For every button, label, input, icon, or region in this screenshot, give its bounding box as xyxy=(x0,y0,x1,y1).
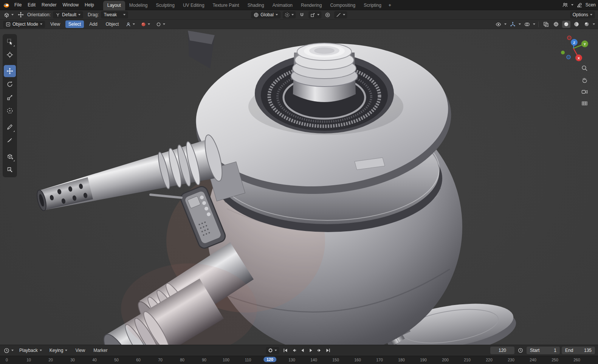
blender-logo-icon[interactable] xyxy=(2,2,10,8)
falloff-dropdown[interactable] xyxy=(334,11,347,19)
keying-menu[interactable]: Keying xyxy=(47,347,70,354)
chevron-down-icon[interactable] xyxy=(571,4,573,6)
menu-window[interactable]: Window xyxy=(59,1,82,9)
extras-tool[interactable] xyxy=(4,164,16,176)
next-keyframe-button[interactable] xyxy=(316,347,324,354)
chevron-down-icon[interactable] xyxy=(504,23,507,25)
shading-solid-icon[interactable] xyxy=(562,21,570,28)
drag-dropdown[interactable]: Tweak xyxy=(101,11,128,19)
scene-name[interactable]: Scen xyxy=(586,2,596,8)
timeline-editor-type-dropdown[interactable] xyxy=(3,347,14,354)
jump-to-start-button[interactable] xyxy=(282,347,290,354)
tab-uv-editing[interactable]: UV Editing xyxy=(179,1,209,10)
snap-magnet-toggle[interactable] xyxy=(298,11,306,19)
menu-object[interactable]: Object xyxy=(103,20,122,28)
current-frame-playhead[interactable]: 120 xyxy=(263,357,276,362)
viewport-canvas[interactable] xyxy=(0,29,598,345)
mode-value: Object Mode xyxy=(12,22,38,27)
model-rear-fin[interactable] xyxy=(188,31,215,68)
auto-key-toggle[interactable] xyxy=(266,347,279,354)
shading-wireframe-icon[interactable] xyxy=(552,21,560,28)
mode-dropdown[interactable]: Object Mode xyxy=(3,21,45,28)
scene-icon[interactable] xyxy=(575,2,584,9)
pivot-point-dropdown[interactable] xyxy=(283,11,296,19)
model-booster-lower[interactable] xyxy=(99,263,257,345)
scale-tool[interactable] xyxy=(4,91,16,104)
current-frame-field[interactable]: 120 xyxy=(490,347,514,354)
chevron-down-icon[interactable] xyxy=(519,23,521,25)
move-tool[interactable] xyxy=(4,65,16,77)
tab-texture-paint[interactable]: Texture Paint xyxy=(209,1,243,10)
playback-label: Playback xyxy=(19,348,38,353)
timeline-view-menu[interactable]: View xyxy=(72,347,88,354)
cursor-tool[interactable] xyxy=(4,49,16,61)
play-reverse-button[interactable] xyxy=(299,347,307,354)
tab-compositing[interactable]: Compositing xyxy=(326,1,359,10)
previous-keyframe-button[interactable] xyxy=(290,347,298,354)
playback-menu[interactable]: Playback xyxy=(17,347,45,354)
chevron-down-icon[interactable] xyxy=(533,23,535,25)
menu-file[interactable]: File xyxy=(11,1,25,9)
menu-edit[interactable]: Edit xyxy=(25,1,39,9)
camera-view-icon[interactable] xyxy=(580,87,589,96)
shading-material-icon[interactable] xyxy=(572,21,581,28)
zoom-icon[interactable] xyxy=(580,64,589,72)
timeline-ruler[interactable]: 0 10 20 30 40 50 60 70 80 90 100 110 120… xyxy=(0,356,598,364)
gizmos-toggle-icon[interactable] xyxy=(508,21,517,28)
overlays-toggle-icon[interactable] xyxy=(523,21,531,28)
menu-help[interactable]: Help xyxy=(82,1,97,9)
pan-hand-icon[interactable] xyxy=(580,76,589,84)
measure-tool[interactable] xyxy=(4,134,16,146)
options-dropdown[interactable]: Options xyxy=(570,11,595,19)
frame-end-field[interactable]: End 135 xyxy=(562,347,595,354)
tab-animation[interactable]: Animation xyxy=(268,1,297,10)
proportional-editing-toggle[interactable] xyxy=(324,11,332,19)
person-dropdown[interactable] xyxy=(124,21,137,28)
menu-view[interactable]: View xyxy=(47,20,63,28)
end-label: End xyxy=(565,348,573,353)
menu-select[interactable]: Select xyxy=(65,20,84,28)
timeline-marker-menu[interactable]: Marker xyxy=(90,347,110,354)
divider xyxy=(538,22,539,27)
axis-y-handle[interactable]: Y xyxy=(581,40,588,47)
transform-tool[interactable] xyxy=(4,105,16,117)
orientation-dropdown[interactable]: Default xyxy=(53,11,83,19)
xray-toggle-icon[interactable] xyxy=(542,21,550,28)
jump-to-end-button[interactable] xyxy=(324,347,332,354)
snap-target-dropdown[interactable] xyxy=(308,11,321,19)
rotate-tool[interactable] xyxy=(4,78,16,90)
axis-z-handle[interactable]: Z xyxy=(571,39,578,46)
viewport-3d[interactable]: Z Y X xyxy=(0,29,598,345)
chevron-down-icon xyxy=(317,14,319,15)
tab-layout[interactable]: Layout xyxy=(103,1,125,10)
axis-z-negative-handle[interactable] xyxy=(567,55,570,59)
play-button[interactable] xyxy=(307,347,315,354)
menu-render[interactable]: Render xyxy=(39,1,59,9)
tab-modeling[interactable]: Modeling xyxy=(125,1,152,10)
annotate-tool[interactable] xyxy=(4,121,16,133)
tab-scripting[interactable]: Scripting xyxy=(359,1,386,10)
axis-x-handle[interactable]: X xyxy=(575,54,582,61)
orthographic-grid-icon[interactable] xyxy=(580,99,589,107)
red-sphere-dropdown[interactable] xyxy=(139,21,152,28)
chevron-down-icon[interactable] xyxy=(593,23,595,25)
transform-orientation-dropdown[interactable]: Global xyxy=(251,11,280,19)
eye-visibility-icon[interactable] xyxy=(494,21,502,28)
frame-start-field[interactable]: Start 1 xyxy=(527,347,560,354)
menu-add[interactable]: Add xyxy=(86,20,100,28)
timecode-clock-icon[interactable] xyxy=(516,347,525,354)
user-profile-icon[interactable] xyxy=(561,2,569,9)
navigation-gizmo[interactable]: Z Y X xyxy=(558,33,589,64)
tab-sculpting[interactable]: Sculpting xyxy=(152,1,179,10)
add-cube-tool[interactable] xyxy=(4,150,16,163)
tab-shading[interactable]: Shading xyxy=(243,1,268,10)
start-value: 1 xyxy=(554,348,556,353)
shading-rendered-icon[interactable] xyxy=(583,21,591,28)
editor-type-dropdown[interactable] xyxy=(3,11,14,19)
select-box-tool[interactable] xyxy=(4,36,16,48)
axis-x-negative-handle[interactable] xyxy=(567,36,571,40)
tab-rendering[interactable]: Rendering xyxy=(297,1,326,10)
add-workspace-button[interactable]: + xyxy=(386,1,394,10)
axis-y-negative-handle[interactable] xyxy=(561,51,565,54)
circle-tool-dropdown[interactable] xyxy=(154,21,167,28)
